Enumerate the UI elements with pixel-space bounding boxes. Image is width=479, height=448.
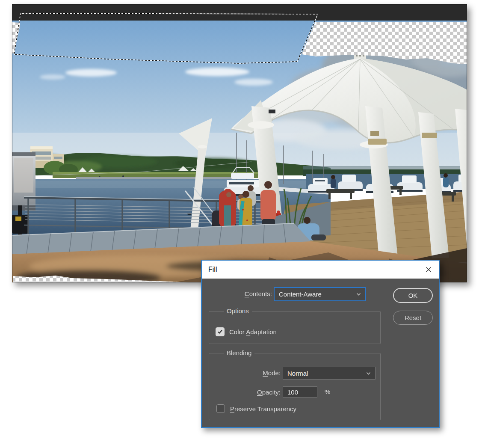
opacity-input[interactable] bbox=[283, 386, 317, 398]
photoshop-canvas[interactable] bbox=[12, 4, 467, 282]
mode-dropdown[interactable]: Normal bbox=[283, 367, 376, 380]
options-group: Options Color Adaptation bbox=[209, 311, 381, 344]
dialog-titlebar[interactable]: Fill bbox=[202, 261, 439, 279]
opacity-label: Opacity: bbox=[226, 389, 281, 396]
close-icon bbox=[425, 266, 432, 273]
contents-value: Content-Aware bbox=[279, 291, 322, 298]
fill-dialog: Fill Contents: Content-Aware OK Reset Op… bbox=[201, 260, 440, 428]
mode-label: Mode: bbox=[226, 369, 281, 377]
checkmark-icon bbox=[217, 329, 223, 334]
chevron-down-icon bbox=[356, 293, 361, 296]
dialog-body: Contents: Content-Aware OK Reset Options… bbox=[202, 279, 439, 427]
contents-label: Contents: bbox=[202, 290, 272, 297]
options-group-title: Options bbox=[224, 307, 252, 314]
preserve-transparency-label: Preserve Transparency bbox=[230, 405, 296, 412]
contents-dropdown[interactable]: Content-Aware bbox=[274, 287, 366, 301]
color-adaptation-checkbox[interactable] bbox=[216, 327, 225, 336]
opacity-percent-suffix: % bbox=[325, 388, 330, 395]
chevron-down-icon bbox=[366, 372, 371, 375]
close-button[interactable] bbox=[425, 266, 432, 273]
reset-button[interactable]: Reset bbox=[393, 311, 433, 325]
preserve-transparency-checkbox[interactable] bbox=[216, 404, 225, 413]
blending-group-title: Blending bbox=[224, 349, 254, 356]
kiosk bbox=[12, 152, 35, 211]
document-window bbox=[12, 4, 467, 282]
color-adaptation-label: Color Adaptation bbox=[229, 328, 277, 335]
page-background: Fill Contents: Content-Aware OK Reset Op… bbox=[0, 0, 479, 448]
pasteboard-bar bbox=[12, 4, 467, 21]
ok-button[interactable]: OK bbox=[393, 288, 433, 303]
mode-value: Normal bbox=[287, 370, 308, 377]
blending-group: Blending Mode: Normal Opacity: % Preserv… bbox=[209, 353, 381, 420]
dialog-title: Fill bbox=[208, 266, 217, 273]
